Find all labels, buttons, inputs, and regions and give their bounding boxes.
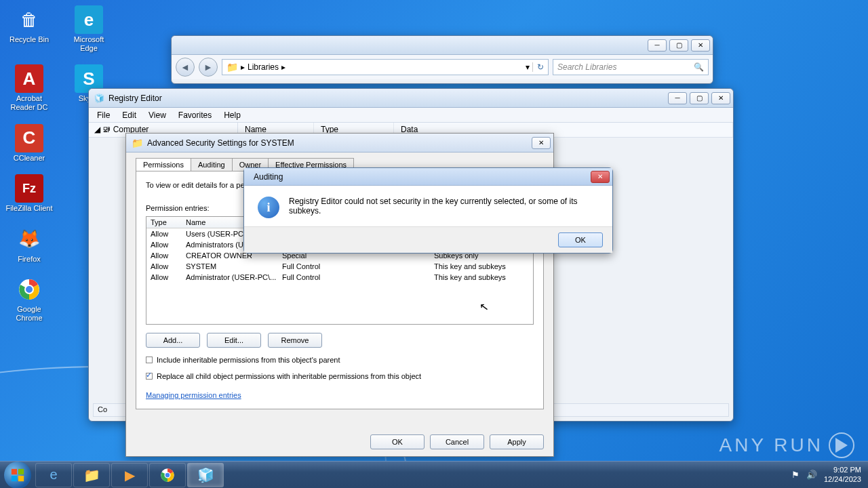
tab-auditing[interactable]: Auditing — [191, 158, 233, 171]
maximize-button[interactable]: ▢ — [690, 92, 709, 104]
search-icon: 🔍 — [694, 62, 704, 72]
svg-point-8 — [165, 472, 170, 478]
svg-rect-3 — [12, 468, 17, 474]
svg-rect-4 — [18, 468, 24, 474]
desktop-icon-ccleaner[interactable]: CCCleaner — [5, 124, 53, 163]
tray-volume-icon[interactable]: 🔊 — [806, 470, 817, 480]
clock[interactable]: 9:02 PM 12/24/2023 — [824, 466, 861, 485]
ccleaner-icon: C — [15, 124, 43, 152]
desktop-icon-firefox[interactable]: 🦊Firefox — [5, 225, 53, 264]
regedit-icon: 🧊 — [94, 94, 104, 103]
watermark: ANY RUN — [719, 432, 854, 458]
breadcrumb: Libraries — [248, 62, 279, 72]
dialog-text: Registry Editor could not set security i… — [289, 197, 599, 216]
maximize-button[interactable]: ▢ — [669, 39, 688, 52]
folder-icon: 📁 — [132, 138, 143, 148]
recycle-bin-icon: 🗑 — [15, 5, 43, 34]
acrobat-icon: A — [15, 64, 43, 93]
firefox-icon: 🦊 — [15, 225, 43, 253]
menu-help[interactable]: Help — [218, 109, 246, 121]
add-button[interactable]: Add... — [146, 333, 200, 348]
info-icon: i — [258, 197, 279, 218]
minimize-button[interactable]: ─ — [668, 92, 687, 104]
edge-icon: e — [75, 5, 103, 34]
address-bar[interactable]: 📁 ▸ Libraries ▸ ▾ ↻ — [222, 59, 549, 75]
back-button[interactable]: ◄ — [176, 58, 195, 77]
system-tray: ⚑ 🔊 9:02 PM 12/24/2023 — [791, 466, 864, 485]
taskbar-media[interactable]: ▶ — [111, 463, 148, 487]
explorer-window: ─ ▢ ✕ ◄ ► 📁 ▸ Libraries ▸ ▾ ↻ Search Lib… — [171, 35, 713, 84]
taskbar-explorer[interactable]: 📁 — [73, 463, 110, 487]
tray-flag-icon[interactable]: ⚑ — [791, 470, 800, 480]
checkbox-replace[interactable] — [146, 373, 153, 380]
explorer-toolbar: ◄ ► 📁 ▸ Libraries ▸ ▾ ↻ Search Libraries… — [172, 55, 713, 79]
menu-file[interactable]: File — [92, 109, 115, 121]
edit-button[interactable]: Edit... — [207, 333, 261, 348]
menu-view[interactable]: View — [143, 109, 172, 121]
chrome-icon — [15, 275, 43, 304]
close-button[interactable]: ✕ — [711, 92, 730, 104]
msg-titlebar[interactable]: Auditing ✕ — [244, 168, 612, 186]
filezilla-icon: Fz — [15, 174, 43, 203]
advsec-titlebar[interactable]: 📁 Advanced Security Settings for SYSTEM … — [126, 134, 553, 152]
svg-point-2 — [25, 285, 33, 293]
close-button[interactable]: ✕ — [532, 137, 551, 149]
remove-button[interactable]: Remove — [268, 333, 322, 348]
dialog-title: Auditing — [254, 172, 283, 182]
window-title: Advanced Security Settings for SYSTEM — [147, 138, 294, 148]
tab-permissions[interactable]: Permissions — [136, 158, 191, 171]
svg-rect-5 — [12, 475, 17, 481]
menu-edit[interactable]: Edit — [117, 109, 142, 121]
taskbar-regedit[interactable]: 🧊 — [187, 463, 224, 487]
permission-row[interactable]: AllowAdministrator (USER-PC\...Full Cont… — [146, 272, 533, 283]
auditing-dialog: Auditing ✕ i Registry Editor could not s… — [243, 167, 613, 253]
svg-rect-6 — [18, 475, 24, 481]
help-link[interactable]: Managing permission entries — [146, 391, 241, 399]
menubar: File Edit View Favorites Help — [89, 108, 733, 123]
desktop-icon-acrobat[interactable]: AAcrobat Reader DC — [5, 64, 53, 111]
desktop-icon-recycle-bin[interactable]: 🗑Recycle Bin — [5, 5, 53, 52]
apply-button[interactable]: Apply — [490, 434, 544, 449]
regedit-titlebar[interactable]: 🧊 Registry Editor ─ ▢ ✕ — [89, 89, 733, 108]
menu-favorites[interactable]: Favorites — [173, 109, 217, 121]
taskbar-chrome[interactable] — [149, 463, 186, 487]
checkbox-inherit[interactable] — [146, 357, 153, 363]
taskbar: e 📁 ▶ 🧊 ⚑ 🔊 9:02 PM 12/24/2023 — [0, 461, 868, 488]
taskbar-ie[interactable]: e — [35, 463, 72, 487]
ok-button[interactable]: OK — [558, 232, 603, 247]
desktop-icon-filezilla[interactable]: FzFileZilla Client — [5, 174, 53, 213]
cancel-button[interactable]: Cancel — [430, 434, 484, 449]
close-button[interactable]: ✕ — [691, 39, 710, 52]
ok-button[interactable]: OK — [370, 434, 425, 449]
desktop-icon-edge[interactable]: eMicrosoft Edge — [65, 5, 113, 52]
desktop-icon-chrome[interactable]: Google Chrome — [5, 275, 53, 322]
close-button[interactable]: ✕ — [591, 171, 610, 183]
minimize-button[interactable]: ─ — [648, 39, 667, 52]
explorer-titlebar: ─ ▢ ✕ — [172, 36, 713, 55]
folder-icon: 📁 — [226, 62, 238, 73]
permission-row[interactable]: AllowSYSTEMFull ControlThis key and subk… — [146, 261, 533, 272]
search-input[interactable]: Search Libraries 🔍 — [553, 59, 709, 75]
window-title: Registry Editor — [108, 94, 162, 103]
start-button[interactable] — [4, 462, 31, 489]
forward-button[interactable]: ► — [199, 58, 218, 77]
